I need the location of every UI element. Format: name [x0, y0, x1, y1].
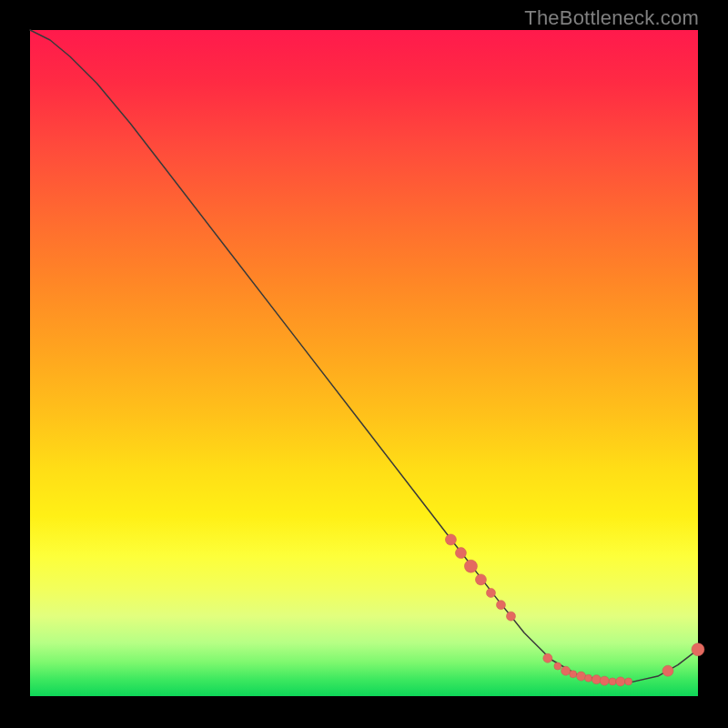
data-point — [662, 665, 673, 676]
data-point — [577, 672, 586, 681]
chart-markers — [445, 534, 704, 686]
data-point — [475, 574, 486, 585]
data-point — [506, 612, 515, 621]
data-point — [455, 548, 466, 559]
data-point — [600, 676, 609, 685]
data-point — [692, 643, 704, 656]
data-point — [445, 534, 456, 545]
data-point — [585, 674, 592, 682]
data-point — [625, 678, 632, 685]
chart-svg — [30, 30, 698, 696]
data-point — [464, 560, 477, 572]
data-point — [570, 671, 577, 678]
data-point — [561, 666, 571, 675]
data-point — [543, 653, 552, 662]
data-point — [609, 678, 616, 685]
data-point — [486, 589, 495, 598]
watermark-text: TheBottleneck.com — [524, 6, 699, 30]
chart-curve — [30, 30, 698, 682]
data-point — [616, 677, 625, 686]
data-point — [554, 662, 561, 670]
chart-frame: TheBottleneck.com — [0, 0, 728, 728]
data-point — [592, 675, 601, 684]
plot-area — [30, 30, 698, 696]
data-point — [496, 601, 505, 610]
